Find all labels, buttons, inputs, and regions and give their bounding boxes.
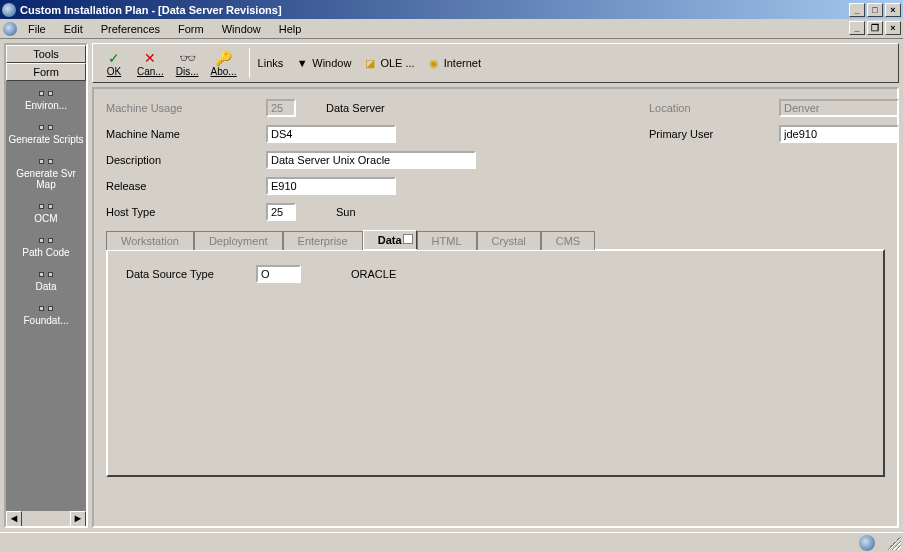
sidebar-item-ocm[interactable]: OCM (6, 194, 86, 228)
links-window-label: Window (312, 57, 351, 69)
child-minimize-button[interactable]: _ (849, 21, 865, 35)
primary-user-label: Primary User (649, 128, 779, 140)
data-source-type-label: Data Source Type (126, 268, 256, 280)
child-close-button[interactable]: × (885, 21, 901, 35)
links-internet-label: Internet (444, 57, 481, 69)
host-type-field[interactable] (266, 203, 296, 221)
description-field[interactable] (266, 151, 476, 169)
tab-pane-data: Data Source Type ORACLE (106, 249, 885, 477)
about-button[interactable]: 🔑 Abo... (206, 48, 240, 79)
data-source-type-text: ORACLE (351, 268, 396, 280)
machine-usage-field (266, 99, 296, 117)
form-area: Machine Usage Data Server Machine Name D… (92, 87, 899, 528)
host-type-text: Sun (336, 206, 356, 218)
ok-button[interactable]: ✓ OK (99, 48, 129, 79)
dropdown-icon: ▼ (295, 56, 309, 70)
sidebar-body: Environ... Generate Scripts Generate Svr… (6, 81, 86, 510)
sidebar-item-generate-svr-map[interactable]: Generate Svr Map (6, 149, 86, 194)
sidebar-tab-form[interactable]: Form (6, 63, 86, 81)
primary-user-field[interactable] (779, 125, 899, 143)
cancel-button[interactable]: ✕ Can... (133, 48, 168, 79)
x-icon: ✕ (142, 50, 158, 66)
menu-file[interactable]: File (20, 21, 54, 37)
description-label: Description (106, 154, 266, 166)
sidebar-item-path-code[interactable]: Path Code (6, 228, 86, 262)
sidebar-item-foundat[interactable]: Foundat... (6, 296, 86, 330)
menu-help[interactable]: Help (271, 21, 310, 37)
sidebar-item-label: Environ... (25, 100, 67, 111)
tab-cms[interactable]: CMS (541, 231, 595, 250)
status-globe-icon (859, 535, 875, 551)
location-field (779, 99, 899, 117)
sidebar-item-data[interactable]: Data (6, 262, 86, 296)
release-label: Release (106, 180, 266, 192)
about-label: Abo... (210, 66, 236, 77)
menu-bar: File Edit Preferences Form Window Help _… (0, 19, 903, 39)
check-icon: ✓ (106, 50, 122, 66)
sidebar-item-label: Path Code (22, 247, 69, 258)
sidebar-tab-tools[interactable]: Tools (6, 45, 86, 63)
host-type-label: Host Type (106, 206, 266, 218)
machine-usage-text: Data Server (326, 102, 385, 114)
display-icon: 👓 (179, 50, 195, 66)
data-source-type-field[interactable] (256, 265, 301, 283)
minimize-button[interactable]: _ (849, 3, 865, 17)
sidebar-item-environ[interactable]: Environ... (6, 81, 86, 115)
internet-icon: ◉ (427, 56, 441, 70)
title-bar: Custom Installation Plan - [Data Server … (0, 0, 903, 19)
tab-crystal[interactable]: Crystal (477, 231, 541, 250)
doc-icon[interactable] (3, 22, 17, 36)
menu-edit[interactable]: Edit (56, 21, 91, 37)
sidebar-item-generate-scripts[interactable]: Generate Scripts (6, 115, 86, 149)
location-label: Location (649, 102, 779, 114)
toolbar: ✓ OK ✕ Can... 👓 Dis... 🔑 Abo... Links ▼ … (92, 43, 899, 83)
sidebar-scroll-right[interactable]: ► (70, 511, 86, 527)
menu-window[interactable]: Window (214, 21, 269, 37)
machine-name-field[interactable] (266, 125, 396, 143)
sidebar-item-label: Data (35, 281, 56, 292)
machine-usage-label: Machine Usage (106, 102, 266, 114)
sidebar-scroll-left[interactable]: ◄ (6, 511, 22, 527)
cancel-label: Can... (137, 66, 164, 77)
tab-enterprise[interactable]: Enterprise (283, 231, 363, 250)
sidebar: Tools Form Environ... Generate Scripts G… (4, 43, 88, 528)
links-ole[interactable]: ◪ OLE ... (359, 54, 418, 72)
display-button[interactable]: 👓 Dis... (172, 48, 203, 79)
links-label: Links (258, 57, 284, 69)
menu-preferences[interactable]: Preferences (93, 21, 168, 37)
sidebar-scroll: ◄ ► (6, 510, 86, 526)
app-icon (2, 3, 16, 17)
about-icon: 🔑 (216, 50, 232, 66)
sidebar-item-label: Generate Scripts (8, 134, 83, 145)
tab-workstation[interactable]: Workstation (106, 231, 194, 250)
release-field[interactable] (266, 177, 396, 195)
menu-form[interactable]: Form (170, 21, 212, 37)
links-window[interactable]: ▼ Window (291, 54, 355, 72)
main-area: ✓ OK ✕ Can... 👓 Dis... 🔑 Abo... Links ▼ … (92, 43, 899, 528)
links-internet[interactable]: ◉ Internet (423, 54, 485, 72)
ok-label: OK (107, 66, 121, 77)
tab-deployment[interactable]: Deployment (194, 231, 283, 250)
resize-grip-icon[interactable] (887, 536, 901, 550)
links-ole-label: OLE ... (380, 57, 414, 69)
sidebar-item-label: Foundat... (23, 315, 68, 326)
status-bar (0, 532, 903, 552)
toolbar-separator (249, 48, 250, 78)
child-restore-button[interactable]: ❐ (867, 21, 883, 35)
ole-icon: ◪ (363, 56, 377, 70)
close-button[interactable]: × (885, 3, 901, 17)
sidebar-item-label: Generate Svr Map (16, 168, 75, 190)
tab-html[interactable]: HTML (417, 231, 477, 250)
inner-tabs: Workstation Deployment Enterprise Data H… (106, 229, 885, 477)
maximize-button[interactable]: □ (867, 3, 883, 17)
sidebar-item-label: OCM (34, 213, 57, 224)
window-title: Custom Installation Plan - [Data Server … (20, 4, 849, 16)
tab-data[interactable]: Data (363, 230, 417, 249)
machine-name-label: Machine Name (106, 128, 266, 140)
tab-strip: Workstation Deployment Enterprise Data H… (106, 229, 885, 249)
display-label: Dis... (176, 66, 199, 77)
